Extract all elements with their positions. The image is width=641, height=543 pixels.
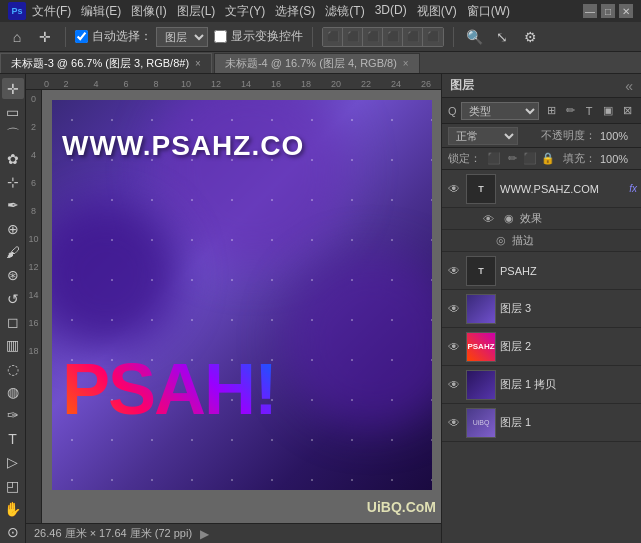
show-transform-label: 显示变换控件 [231, 28, 303, 45]
ruler-left-tick-18: 18 [26, 346, 41, 356]
filter-type-icon[interactable]: T [581, 103, 597, 119]
layer-select[interactable]: 图层 [156, 27, 208, 47]
layer-name-www: WWW.PSAHZ.COM [500, 183, 625, 195]
move-tool[interactable]: ✛ [2, 78, 24, 99]
maximize-button[interactable]: □ [601, 4, 615, 18]
layer-item-psahz[interactable]: 👁 T PSAHZ [442, 252, 641, 290]
eraser-tool[interactable]: ◻ [2, 311, 24, 332]
ruler-tick-12: 12 [201, 79, 231, 89]
layer-info-psahz: PSAHZ [500, 265, 637, 277]
menu-3d[interactable]: 3D(D) [375, 3, 407, 20]
menu-filter[interactable]: 滤镜(T) [325, 3, 364, 20]
align-btn-4[interactable]: ⬛ [383, 28, 403, 46]
layer-visibility-3[interactable]: 👁 [446, 301, 462, 317]
canvas-area: 0 2 4 6 8 10 12 14 16 18 20 22 24 26 0 2… [26, 74, 441, 543]
fill-value[interactable]: 100% [600, 153, 635, 165]
layer-item-1-copy[interactable]: 👁 图层 1 拷贝 [442, 366, 641, 404]
filter-smartobj-icon[interactable]: ⊠ [619, 103, 635, 119]
blur-tool[interactable]: ◌ [2, 358, 24, 379]
layer-visibility-www[interactable]: 👁 [446, 181, 462, 197]
menu-bar: 文件(F) 编辑(E) 图像(I) 图层(L) 文字(Y) 选择(S) 滤镜(T… [32, 3, 510, 20]
menu-edit[interactable]: 编辑(E) [81, 3, 121, 20]
tab-bar: 未标题-3 @ 66.7% (图层 3, RGB/8#) × 未标题-4 @ 1… [0, 52, 641, 74]
brush-tool[interactable]: 🖌 [2, 241, 24, 262]
tab-document-1-close[interactable]: × [195, 58, 201, 69]
layer-eye-effects[interactable]: 👁 [480, 211, 496, 227]
lock-all-icon[interactable]: 🔒 [541, 152, 555, 166]
filter-adjustment-icon[interactable]: ✏ [562, 103, 578, 119]
filter-shape-icon[interactable]: ▣ [600, 103, 616, 119]
settings-icon[interactable]: ⚙ [519, 26, 541, 48]
marquee-tool[interactable]: ▭ [2, 101, 24, 122]
close-button[interactable]: ✕ [619, 4, 633, 18]
align-btn-2[interactable]: ⬛ [343, 28, 363, 46]
ruler-left-tick-8: 8 [26, 206, 41, 216]
minimize-button[interactable]: — [583, 4, 597, 18]
auto-select-checkbox[interactable] [75, 30, 88, 43]
layer-visibility-1[interactable]: 👁 [446, 415, 462, 431]
canvas-status-text: 26.46 厘米 × 17.64 厘米 (72 ppi) [34, 526, 192, 541]
layer-filter-icons: ⊞ ✏ T ▣ ⊠ [543, 103, 635, 119]
zoom-icon[interactable]: 🔍 [463, 26, 485, 48]
ps-logo: Ps [8, 2, 26, 20]
move-tool-icon[interactable]: ✛ [34, 26, 56, 48]
lock-icons: ⬛ ✏ ⬛ 🔒 [487, 152, 555, 166]
show-transform-checkbox[interactable] [214, 30, 227, 43]
hand-tool[interactable]: ✋ [2, 498, 24, 519]
align-btn-6[interactable]: ⬛ [423, 28, 443, 46]
pen-tool[interactable]: ✑ [2, 405, 24, 426]
expand-icon[interactable]: ⤡ [491, 26, 513, 48]
menu-window[interactable]: 窗口(W) [467, 3, 510, 20]
layer-item-2[interactable]: 👁 PSAHZ 图层 2 [442, 328, 641, 366]
home-icon[interactable]: ⌂ [6, 26, 28, 48]
lock-transparency-icon[interactable]: ⬛ [487, 152, 501, 166]
crop-tool[interactable]: ⊹ [2, 171, 24, 192]
path-tool[interactable]: ▷ [2, 452, 24, 473]
canvas-content[interactable]: WWW.PSAHZ.CO PSAH! [42, 90, 441, 523]
ruler-tick-26: 26 [411, 79, 441, 89]
tab-document-2[interactable]: 未标题-4 @ 16.7% (图层 4, RGB/8) × [214, 53, 420, 73]
menu-select[interactable]: 选择(S) [275, 3, 315, 20]
zoom-tool[interactable]: ⊙ [2, 522, 24, 543]
lock-position-icon[interactable]: ⬛ [523, 152, 537, 166]
gradient-tool[interactable]: ▥ [2, 335, 24, 356]
align-btn-3[interactable]: ⬛ [363, 28, 383, 46]
shape-tool[interactable]: ◰ [2, 475, 24, 496]
menu-view[interactable]: 视图(V) [417, 3, 457, 20]
layer-name-3: 图层 3 [500, 301, 637, 316]
main-area: ✛ ▭ ⌒ ✿ ⊹ ✒ ⊕ 🖌 ⊛ ↺ ◻ ▥ ◌ ◍ ✑ T ▷ ◰ ✋ ⊙ … [0, 74, 641, 543]
dodge-tool[interactable]: ◍ [2, 381, 24, 402]
filter-pixel-icon[interactable]: ⊞ [543, 103, 559, 119]
eyedropper-tool[interactable]: ✒ [2, 195, 24, 216]
quick-select-tool[interactable]: ✿ [2, 148, 24, 169]
tab-document-1[interactable]: 未标题-3 @ 66.7% (图层 3, RGB/8#) × [0, 53, 212, 73]
align-btn-1[interactable]: ⬛ [323, 28, 343, 46]
menu-image[interactable]: 图像(I) [131, 3, 166, 20]
layer-item-1[interactable]: 👁 UiBQ 图层 1 [442, 404, 641, 442]
layer-item-3[interactable]: 👁 图层 3 [442, 290, 641, 328]
opacity-value[interactable]: 100% [600, 130, 635, 142]
layer-visibility-1-copy[interactable]: 👁 [446, 377, 462, 393]
panel-collapse-button[interactable]: « [625, 78, 633, 94]
panel-search-row: Q 类型 ⊞ ✏ T ▣ ⊠ [442, 98, 641, 124]
healing-tool[interactable]: ⊕ [2, 218, 24, 239]
tab-document-2-close[interactable]: × [403, 58, 409, 69]
type-tool[interactable]: T [2, 428, 24, 449]
menu-file[interactable]: 文件(F) [32, 3, 71, 20]
layer-thumb-1-copy [466, 370, 496, 400]
layer-visibility-psahz[interactable]: 👁 [446, 263, 462, 279]
blend-mode-select[interactable]: 正常 [448, 127, 518, 145]
lock-image-icon[interactable]: ✏ [505, 152, 519, 166]
layer-item-www[interactable]: 👁 T WWW.PSAHZ.COM fx [442, 170, 641, 208]
layer-fx-www[interactable]: fx [629, 183, 637, 194]
menu-layer[interactable]: 图层(L) [177, 3, 216, 20]
layer-type-filter[interactable]: 类型 [461, 102, 539, 120]
align-btn-5[interactable]: ⬛ [403, 28, 423, 46]
canvas-image: WWW.PSAHZ.CO PSAH! [52, 100, 432, 490]
fill-row: 填充： 100% [563, 151, 635, 166]
layer-visibility-2[interactable]: 👁 [446, 339, 462, 355]
history-tool[interactable]: ↺ [2, 288, 24, 309]
lasso-tool[interactable]: ⌒ [2, 125, 24, 146]
clone-tool[interactable]: ⊛ [2, 265, 24, 286]
menu-text[interactable]: 文字(Y) [225, 3, 265, 20]
